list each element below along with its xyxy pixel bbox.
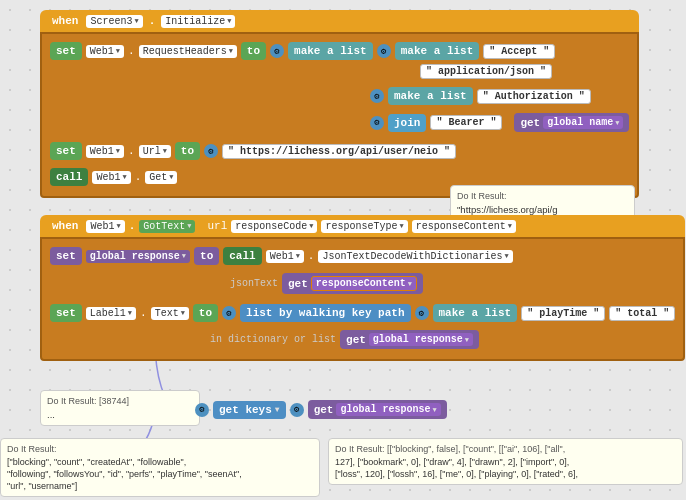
list-walking-kw: list by walking key path: [240, 304, 410, 322]
make-list-3: make a list: [388, 87, 473, 105]
tooltip-38744-ellipsis: ...: [47, 408, 193, 421]
result-right-text: 127], ["bookmark", 0], ["draw", 4], ["dr…: [335, 456, 676, 480]
global-response-dd3[interactable]: global response ▼: [336, 403, 440, 416]
screen3-dropdown[interactable]: Screen3 ▼: [86, 15, 142, 28]
playtime-val: " playTime ": [521, 306, 605, 321]
make-list-1: make a list: [288, 42, 373, 60]
get-global-response-2: get global response ▼: [340, 330, 479, 349]
set-global-kw: set: [50, 247, 82, 265]
tooltip-doit-38744: Do It Result: [38744] ...: [40, 390, 200, 426]
to-kw2: to: [175, 142, 200, 160]
responsecontent-get-dd[interactable]: responseContent ▼: [311, 276, 417, 291]
set-kw: set: [50, 42, 82, 60]
when-label: when: [48, 14, 82, 28]
in-dict-row: in dictionary or list get global respons…: [210, 330, 675, 349]
result-box-left: Do It Result: ["blocking", "count", "cre…: [0, 438, 320, 497]
web1-dd1[interactable]: Web1 ▼: [86, 45, 124, 58]
set-kw3: set: [50, 304, 82, 322]
call-get-row: call Web1 ▼ . Get ▼: [50, 168, 629, 186]
result-left-text: ["blocking", "count", "createdAt", "foll…: [7, 456, 313, 492]
global-name-dd[interactable]: global name ▼: [543, 116, 623, 129]
gear-icon-3: ⚙: [370, 89, 384, 103]
total-val: " total ": [609, 306, 675, 321]
set-url-row: set Web1 ▼ . Url ▼ to ⚙ " https://liches…: [50, 142, 629, 160]
set-response-row: set global response ▼ to call Web1 ▼ . J…: [50, 247, 675, 265]
gear-icon-6: ⚙: [222, 306, 236, 320]
get-global-name: get global name ▼: [514, 113, 629, 132]
responsecode-dd[interactable]: responseCode ▼: [231, 220, 317, 233]
url-value: " https://lichess.org/api/user/neio ": [222, 144, 456, 159]
do-block-2: set global response ▼ to call Web1 ▼ . J…: [40, 237, 685, 361]
when-gottext-header: when Web1 ▼ . GotText ▼ url responseCode…: [40, 215, 685, 237]
when-label2: when: [48, 219, 82, 233]
web1-gottext-dd[interactable]: Web1 ▼: [86, 220, 124, 233]
to-kw3: to: [194, 247, 219, 265]
set-headers-row: set Web1 ▼ . RequestHeaders ▼ to ⚙ make …: [50, 42, 629, 60]
set-kw2: set: [50, 142, 82, 160]
responsetype-dd[interactable]: responseType ▼: [321, 220, 407, 233]
when-header: when Screen3 ▼ . Initialize ▼: [40, 10, 639, 32]
get-keys-blocks: ⚙ get keys ▼ ⚙ get global response ▼: [195, 400, 447, 419]
gear-icon-2: ⚙: [377, 44, 391, 58]
global-response-dd2[interactable]: global response ▼: [369, 333, 473, 346]
jsontext-row: jsonText get responseContent ▼: [230, 273, 675, 294]
gear-icon-4: ⚙: [370, 116, 384, 130]
responsecontent-dd[interactable]: responseContent ▼: [412, 220, 516, 233]
get-global-response-3: get global response ▼: [308, 400, 447, 419]
web1-dd3[interactable]: Web1 ▼: [92, 171, 130, 184]
tooltip-line1: "https://lichess.org/api/g: [457, 203, 628, 216]
url-dd[interactable]: Url ▼: [139, 145, 171, 158]
appjson-val: " application/json ": [420, 64, 552, 79]
auth-row: ⚙ make a list " Authorization ": [370, 87, 629, 105]
web1-dd4[interactable]: Web1 ▼: [266, 250, 304, 263]
auth-val: " Authorization ": [477, 89, 591, 104]
to-kw4: to: [193, 304, 218, 322]
result-left-title: Do It Result:: [7, 443, 313, 456]
make-list-4: make a list: [433, 304, 518, 322]
make-list-2: make a list: [395, 42, 480, 60]
to-kw1: to: [241, 42, 266, 60]
initialize-dropdown[interactable]: Initialize ▼: [161, 15, 235, 28]
tooltip-38744-title: Do It Result: [38744]: [47, 395, 193, 408]
when-gottext-block: when Web1 ▼ . GotText ▼ url responseCode…: [40, 215, 685, 361]
get-keys-row: ⚙ get keys ▼ ⚙ get global response ▼: [195, 398, 447, 421]
url-param-label: url: [207, 220, 227, 232]
label1-dd[interactable]: Label1 ▼: [86, 307, 136, 320]
in-dict-label: in dictionary or list: [210, 334, 336, 345]
call-kw: call: [50, 168, 88, 186]
gear-icon-9: ⚙: [290, 403, 304, 417]
join-kw: join: [388, 114, 426, 132]
set-label1-row: set Label1 ▼ . Text ▼ to ⚙ list by walki…: [50, 304, 675, 322]
gear-icon-1: ⚙: [270, 44, 284, 58]
get-dd[interactable]: Get ▼: [145, 171, 177, 184]
gottext-dd[interactable]: GotText ▼: [139, 220, 195, 233]
gear-icon-7: ⚙: [415, 306, 429, 320]
get-keys-block: get keys ▼: [213, 401, 286, 419]
reqheaders-dd[interactable]: RequestHeaders ▼: [139, 45, 237, 58]
global-response-dd[interactable]: global response ▼: [86, 250, 190, 263]
bearer-val: " Bearer ": [430, 115, 502, 130]
text-dd[interactable]: Text ▼: [151, 307, 189, 320]
do-block-1: set Web1 ▼ . RequestHeaders ▼ to ⚙ make …: [40, 32, 639, 198]
when-initialize-block: when Screen3 ▼ . Initialize ▼ set Web1 ▼…: [40, 10, 639, 198]
tooltip-title-1: Do It Result:: [457, 190, 628, 203]
get-responsecontent: get responseContent ▼: [282, 273, 423, 294]
appjson-row: " application/json ": [420, 64, 629, 79]
gear-icon-5: ⚙: [204, 144, 218, 158]
gear-icon-8: ⚙: [195, 403, 209, 417]
web1-dd2[interactable]: Web1 ▼: [86, 145, 124, 158]
result-right-title: Do It Result: [["blocking", false], ["co…: [335, 443, 676, 456]
bearer-row: ⚙ join " Bearer " get global name ▼: [370, 113, 629, 132]
accept-val: " Accept ": [483, 44, 555, 59]
jsontext-param: jsonText: [230, 278, 278, 289]
result-box-right: Do It Result: [["blocking", false], ["co…: [328, 438, 683, 485]
call-kw2: call: [223, 247, 261, 265]
jsondecode-dd[interactable]: JsonTextDecodeWithDictionaries ▼: [318, 250, 512, 263]
